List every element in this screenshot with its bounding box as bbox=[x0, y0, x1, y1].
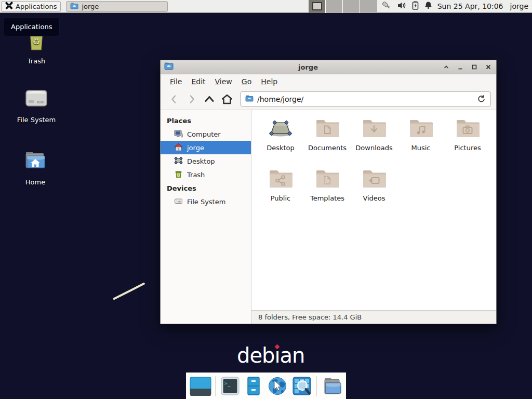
statusbar-text: 8 folders, Free space: 14.4 GiB bbox=[258, 313, 362, 321]
dock-separator bbox=[316, 376, 316, 396]
menu-view[interactable]: View bbox=[210, 76, 237, 87]
desktop-icon-label: Home bbox=[25, 178, 45, 186]
trash-icon bbox=[174, 170, 183, 180]
folder-label: Templates bbox=[310, 194, 344, 202]
minimize-button[interactable] bbox=[457, 64, 463, 71]
wallpaper-swoosh-line bbox=[113, 282, 145, 300]
folder-item-videos[interactable]: Videos bbox=[351, 169, 397, 219]
desktop-icon-label: File System bbox=[17, 116, 56, 124]
templates-folder-icon bbox=[315, 169, 340, 191]
panel-clock[interactable]: Sun 25 Apr, 10:06 bbox=[437, 2, 503, 10]
wordmark-i: ı bbox=[274, 343, 280, 367]
dock-separator bbox=[216, 376, 216, 396]
folder-item-music[interactable]: Music bbox=[397, 118, 444, 169]
window-titlebar[interactable]: jorge bbox=[161, 60, 496, 74]
battery-charging-icon[interactable] bbox=[412, 1, 419, 12]
applications-menu-button[interactable]: Applications bbox=[1, 1, 61, 12]
workspace-2[interactable] bbox=[326, 0, 343, 13]
sidebar-item-label: Computer bbox=[187, 130, 221, 138]
menu-help[interactable]: Help bbox=[256, 76, 282, 87]
up-button[interactable] bbox=[201, 91, 217, 107]
applications-menu-label: Applications bbox=[16, 3, 57, 10]
forward-button[interactable] bbox=[183, 91, 200, 107]
folder-window-icon bbox=[70, 2, 78, 11]
notifications-bell-icon[interactable] bbox=[424, 1, 432, 11]
folder-item-templates[interactable]: Templates bbox=[304, 169, 351, 219]
panel-drag-handle[interactable] bbox=[62, 3, 65, 10]
sidebar-item-computer[interactable]: Computer bbox=[161, 127, 251, 141]
workspace-3[interactable] bbox=[343, 0, 360, 13]
directory-menu-icon[interactable] bbox=[321, 376, 342, 396]
view-column: Desktop Documents Downloads bbox=[251, 110, 496, 324]
sidebar-item-label: Trash bbox=[187, 171, 205, 179]
volume-icon[interactable] bbox=[397, 2, 406, 11]
drive-icon bbox=[174, 197, 183, 207]
documents-folder-icon bbox=[315, 118, 340, 140]
terminal-icon[interactable]: >_ bbox=[220, 376, 240, 396]
window-folder-icon bbox=[164, 62, 174, 72]
desktop-icon-label: Trash bbox=[28, 57, 45, 65]
menu-go[interactable]: Go bbox=[237, 76, 256, 87]
workspace-4[interactable] bbox=[360, 0, 377, 13]
user-home-icon bbox=[174, 143, 183, 153]
wordmark-pre: deb bbox=[237, 343, 274, 367]
taskbar-window-label: jorge bbox=[82, 3, 99, 10]
web-browser-icon[interactable] bbox=[267, 376, 288, 396]
application-finder-icon[interactable] bbox=[292, 376, 312, 396]
file-cabinet-icon[interactable] bbox=[244, 376, 263, 396]
wordmark-post: an bbox=[280, 343, 305, 367]
workspace-switcher bbox=[309, 0, 377, 13]
folder-label: Public bbox=[271, 194, 290, 202]
drive-icon bbox=[23, 87, 50, 112]
applications-tooltip: Applications bbox=[3, 17, 60, 36]
back-button[interactable] bbox=[166, 91, 182, 107]
folder-label: Music bbox=[411, 144, 431, 152]
dock: >_ bbox=[186, 373, 346, 399]
toolbar: /home/jorge/ bbox=[161, 88, 496, 110]
maximize-button[interactable] bbox=[471, 64, 477, 71]
path-folder-icon bbox=[245, 95, 254, 103]
close-button[interactable] bbox=[485, 64, 491, 71]
folder-item-downloads[interactable]: Downloads bbox=[351, 118, 397, 169]
computer-icon bbox=[174, 129, 183, 139]
menu-edit[interactable]: Edit bbox=[187, 76, 210, 87]
menu-file[interactable]: File bbox=[165, 76, 187, 87]
sidebar-item-trash[interactable]: Trash bbox=[161, 168, 251, 181]
workspace-window-preview bbox=[312, 2, 322, 10]
folder-item-public[interactable]: Public bbox=[257, 169, 304, 219]
music-folder-icon bbox=[408, 118, 433, 140]
sidebar: Places Computer jorge Desktop bbox=[161, 110, 251, 324]
shade-button[interactable] bbox=[443, 64, 449, 71]
desktop-workspace-icon bbox=[268, 118, 293, 140]
home-folder-icon bbox=[22, 149, 49, 175]
sidebar-item-jorge[interactable]: jorge bbox=[161, 141, 251, 154]
taskbar-window-button[interactable]: jorge bbox=[66, 1, 168, 12]
sidebar-item-desktop[interactable]: Desktop bbox=[161, 154, 251, 168]
path-bar[interactable]: /home/jorge/ bbox=[240, 91, 491, 107]
user-menu[interactable]: jorge bbox=[510, 2, 528, 10]
folder-label: Pictures bbox=[454, 144, 481, 152]
sidebar-item-file-system[interactable]: File System bbox=[161, 195, 251, 208]
system-tray bbox=[381, 1, 432, 12]
desktop-icon-file-system[interactable]: File System bbox=[14, 87, 59, 124]
xfce-logo-icon bbox=[5, 2, 13, 11]
workspace-1[interactable] bbox=[309, 0, 326, 13]
pictures-folder-icon bbox=[455, 118, 480, 140]
sidebar-header-places: Places bbox=[161, 114, 251, 127]
debian-wordmark: debıan bbox=[237, 343, 304, 367]
path-value[interactable]: /home/jorge/ bbox=[257, 95, 303, 103]
statusbar: 8 folders, Free space: 14.4 GiB bbox=[251, 310, 496, 324]
folder-item-documents[interactable]: Documents bbox=[304, 118, 351, 169]
desktop-icon-home[interactable]: Home bbox=[13, 149, 58, 186]
folder-view[interactable]: Desktop Documents Downloads bbox=[251, 110, 496, 310]
videos-folder-icon bbox=[362, 169, 387, 191]
folder-item-desktop[interactable]: Desktop bbox=[257, 118, 304, 169]
home-button[interactable] bbox=[219, 91, 235, 107]
top-panel: Applications jorge Sun 25 Apr, 10:06 jor… bbox=[0, 0, 532, 13]
plug-icon[interactable] bbox=[381, 1, 392, 12]
reload-button[interactable] bbox=[477, 95, 486, 103]
public-folder-icon bbox=[268, 169, 293, 191]
folder-item-pictures[interactable]: Pictures bbox=[444, 118, 491, 169]
show-desktop-icon[interactable] bbox=[190, 376, 211, 396]
desktop-icon bbox=[174, 156, 183, 166]
